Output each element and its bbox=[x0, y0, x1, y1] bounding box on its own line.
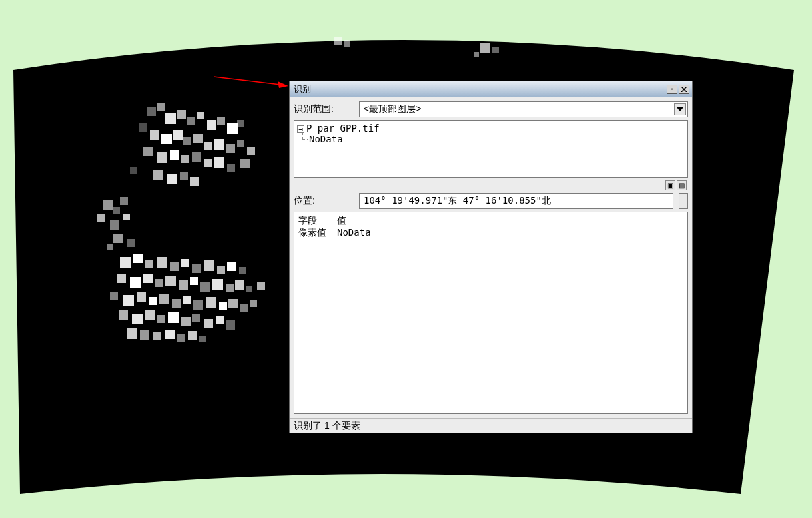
svg-rect-14 bbox=[237, 120, 244, 127]
svg-rect-6 bbox=[157, 103, 165, 111]
svg-rect-3 bbox=[492, 47, 499, 53]
svg-rect-96 bbox=[127, 328, 137, 339]
svg-rect-72 bbox=[257, 282, 265, 290]
svg-rect-82 bbox=[219, 302, 227, 310]
fields-table[interactable]: 字段 值 像素值 NoData bbox=[294, 212, 688, 414]
svg-rect-69 bbox=[226, 284, 234, 292]
svg-rect-26 bbox=[143, 147, 153, 156]
location-units-button[interactable] bbox=[679, 193, 688, 209]
svg-rect-77 bbox=[159, 294, 169, 304]
svg-rect-61 bbox=[130, 277, 141, 288]
svg-rect-78 bbox=[172, 299, 181, 308]
svg-rect-59 bbox=[239, 267, 246, 274]
svg-rect-101 bbox=[188, 331, 197, 340]
svg-rect-42 bbox=[120, 197, 128, 205]
dialog-titlebar[interactable]: 识别 ▫ bbox=[290, 81, 692, 97]
svg-rect-68 bbox=[212, 279, 223, 290]
pane-menu-button[interactable]: ▤ bbox=[677, 180, 687, 190]
location-value: 104° 19'49.971"东 47° 16'10.855"北 bbox=[364, 195, 551, 207]
scope-row: 识别范围: <最顶部图层> bbox=[294, 101, 688, 117]
svg-rect-35 bbox=[130, 167, 137, 174]
svg-rect-49 bbox=[120, 257, 131, 268]
location-row: 位置: 104° 19'49.971"东 47° 16'10.855"北 bbox=[294, 193, 688, 209]
field-name: 像素值 bbox=[298, 227, 332, 239]
svg-rect-48 bbox=[107, 244, 113, 250]
map-canvas[interactable]: 识别 ▫ 识别范围: <最顶部图层> bbox=[13, 13, 794, 507]
svg-rect-4 bbox=[474, 52, 479, 57]
svg-rect-28 bbox=[170, 150, 179, 160]
svg-rect-31 bbox=[204, 159, 212, 167]
svg-rect-1 bbox=[344, 40, 350, 47]
svg-rect-5 bbox=[147, 107, 156, 116]
tree-root-node[interactable]: −P_par_GPP.tif bbox=[297, 123, 685, 134]
svg-rect-12 bbox=[217, 117, 225, 125]
svg-rect-10 bbox=[197, 112, 204, 119]
identify-dialog: 识别 ▫ 识别范围: <最顶部图层> bbox=[289, 81, 693, 433]
svg-rect-41 bbox=[113, 207, 120, 214]
svg-rect-102 bbox=[199, 336, 206, 342]
location-field[interactable]: 104° 19'49.971"东 47° 16'10.855"北 bbox=[359, 193, 673, 209]
svg-rect-76 bbox=[149, 297, 157, 305]
tree-child-label: NoData bbox=[309, 134, 343, 144]
svg-rect-70 bbox=[235, 280, 244, 290]
svg-rect-34 bbox=[240, 159, 250, 168]
svg-rect-13 bbox=[227, 123, 238, 134]
svg-rect-79 bbox=[183, 296, 191, 304]
svg-rect-90 bbox=[168, 312, 179, 323]
svg-rect-17 bbox=[161, 134, 172, 144]
restore-button[interactable]: ▫ bbox=[667, 85, 677, 94]
close-icon bbox=[681, 87, 687, 92]
svg-rect-57 bbox=[217, 266, 225, 274]
results-tree[interactable]: −P_par_GPP.tif NoData bbox=[294, 120, 688, 178]
scope-dropdown[interactable]: <最顶部图层> bbox=[359, 101, 688, 117]
tree-child-node[interactable]: NoData bbox=[309, 134, 685, 144]
svg-rect-40 bbox=[103, 200, 113, 210]
svg-rect-46 bbox=[113, 234, 123, 243]
svg-rect-67 bbox=[200, 282, 210, 292]
svg-rect-91 bbox=[181, 317, 191, 326]
svg-rect-55 bbox=[192, 264, 201, 273]
svg-rect-11 bbox=[207, 120, 216, 130]
pane-toolbar: ▣ ▤ bbox=[294, 180, 688, 190]
svg-rect-80 bbox=[193, 300, 203, 310]
fields-row[interactable]: 像素值 NoData bbox=[298, 227, 683, 239]
dialog-statusbar: 识别了 1 个要素 bbox=[290, 418, 692, 433]
svg-rect-60 bbox=[117, 274, 126, 283]
svg-rect-8 bbox=[177, 110, 186, 119]
svg-rect-86 bbox=[119, 310, 128, 320]
svg-rect-29 bbox=[181, 155, 189, 163]
dropdown-arrow-icon bbox=[674, 103, 686, 115]
svg-rect-32 bbox=[214, 157, 224, 168]
svg-rect-92 bbox=[192, 314, 200, 322]
fields-header-field: 字段 bbox=[298, 215, 332, 227]
svg-rect-16 bbox=[150, 130, 159, 140]
svg-rect-58 bbox=[227, 262, 236, 271]
svg-rect-95 bbox=[226, 320, 235, 330]
dialog-title: 识别 bbox=[294, 83, 665, 95]
svg-rect-88 bbox=[145, 310, 155, 320]
svg-rect-85 bbox=[250, 300, 257, 307]
svg-rect-30 bbox=[192, 152, 201, 162]
svg-rect-98 bbox=[153, 332, 161, 340]
svg-rect-36 bbox=[153, 170, 163, 180]
svg-rect-87 bbox=[132, 314, 143, 324]
svg-rect-52 bbox=[157, 257, 167, 268]
svg-rect-89 bbox=[157, 315, 165, 323]
svg-rect-100 bbox=[177, 334, 185, 342]
status-text: 识别了 1 个要素 bbox=[294, 420, 360, 431]
svg-rect-75 bbox=[137, 292, 146, 302]
location-label: 位置: bbox=[294, 195, 354, 207]
svg-rect-53 bbox=[170, 262, 179, 271]
svg-rect-39 bbox=[190, 177, 199, 186]
fields-header: 字段 值 bbox=[298, 215, 683, 227]
pane-option-button[interactable]: ▣ bbox=[665, 180, 675, 190]
svg-rect-24 bbox=[237, 140, 244, 147]
tree-root-label: P_par_GPP.tif bbox=[306, 123, 380, 134]
close-button[interactable] bbox=[679, 85, 689, 94]
svg-rect-74 bbox=[123, 295, 134, 306]
svg-rect-63 bbox=[155, 279, 163, 287]
svg-rect-20 bbox=[193, 134, 203, 143]
svg-rect-21 bbox=[204, 142, 212, 150]
svg-rect-83 bbox=[228, 299, 238, 308]
svg-rect-56 bbox=[204, 260, 214, 271]
